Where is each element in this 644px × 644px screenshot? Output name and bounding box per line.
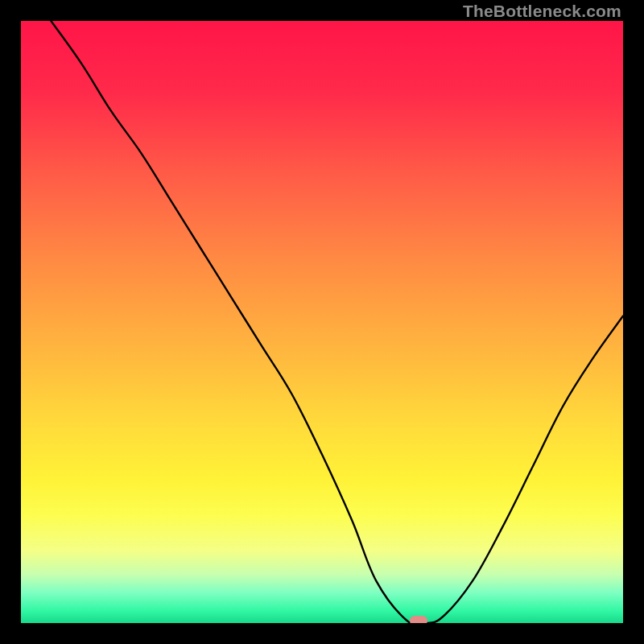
minimum-marker (410, 616, 427, 623)
chart-frame: TheBottleneck.com (0, 0, 644, 644)
plot-area (21, 21, 623, 623)
watermark-text: TheBottleneck.com (463, 2, 621, 21)
bottleneck-curve (51, 21, 623, 623)
curve-svg (21, 21, 623, 623)
